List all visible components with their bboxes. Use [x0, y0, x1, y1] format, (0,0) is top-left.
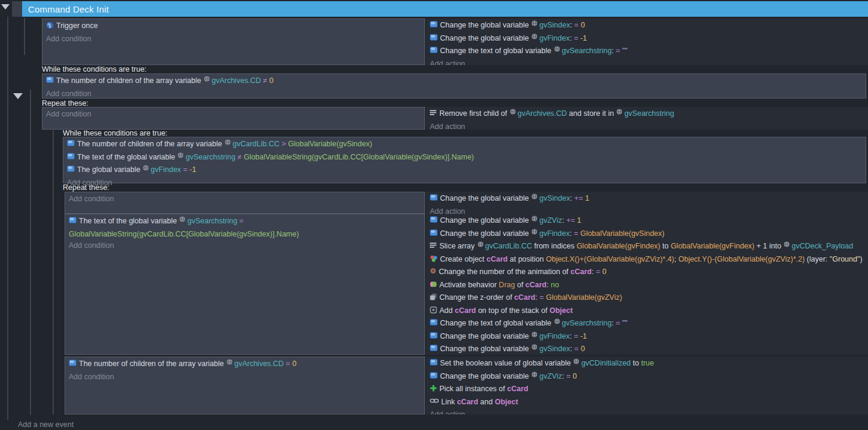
text-segment: The text of the global variable: [79, 217, 179, 225]
action-line[interactable]: Link cCard and Object: [430, 397, 864, 410]
action-line[interactable]: Change the text of global variable gvSea…: [430, 318, 864, 331]
text-segment: ;: [674, 255, 678, 263]
action-line[interactable]: Change the global variable gvFindex: = G…: [430, 228, 864, 241]
globe-icon: [531, 331, 537, 343]
text-segment: "Ground": [830, 255, 860, 263]
condition-line[interactable]: The global variable gvFindex = -1: [67, 164, 862, 177]
collapse-arrow-icon[interactable]: [13, 93, 23, 99]
text-segment: 0: [602, 268, 606, 276]
text-segment: :: [570, 229, 574, 238]
repeat-label[interactable]: Repeat these:: [63, 183, 109, 192]
action-line[interactable]: Change the global variable gvZViz: += 1: [430, 215, 864, 228]
add-condition-link[interactable]: Add condition: [67, 177, 862, 189]
globe-icon: [531, 20, 537, 32]
text-segment: gvCDinitialized: [581, 359, 631, 367]
actions-panel: Change the global variable gvZViz: += 1 …: [426, 214, 868, 355]
text-segment: Change the global variable: [440, 332, 531, 340]
condition-line[interactable]: The number of children of the array vari…: [69, 358, 421, 371]
add-condition-link[interactable]: Add condition: [69, 371, 421, 383]
text-segment: of: [515, 281, 525, 289]
pick-all-icon: [430, 385, 437, 397]
variable-icon: [67, 153, 75, 165]
condition-line[interactable]: The text of the global variable gvSearch…: [67, 152, 862, 165]
while-label[interactable]: While these conditions are true:: [63, 129, 167, 137]
text-segment: :: [570, 332, 574, 340]
variable-icon: [430, 319, 438, 331]
text-segment: The number of children of the array vari…: [79, 360, 226, 368]
actions-panel: Change the global variable gvSindex: = 0…: [426, 19, 868, 65]
text-segment: gvSearchstring: [562, 319, 612, 327]
action-line[interactable]: Change the global variable gvFindex: = -…: [430, 33, 864, 46]
action-line[interactable]: Set the boolean value of global variable…: [430, 358, 864, 371]
action-line[interactable]: Change the global variable gvSindex: += …: [430, 193, 864, 206]
add-condition-link[interactable]: Add condition: [46, 33, 421, 45]
action-line[interactable]: Change the z-order of cCard: = GlobalVar…: [430, 292, 864, 305]
variable-icon: [69, 360, 77, 371]
add-action-link[interactable]: Add action: [430, 121, 864, 130]
while-label[interactable]: While these conditions are true:: [42, 65, 146, 73]
condition-line[interactable]: The number of children of the array vari…: [67, 139, 862, 152]
globe-icon: [531, 371, 537, 383]
group-header[interactable]: Command Deck Init: [22, 1, 868, 17]
group-title: Command Deck Init: [28, 4, 109, 14]
text-segment: cCard: [525, 281, 546, 289]
text-segment: =: [574, 332, 580, 340]
add-action-link[interactable]: Add action: [430, 409, 864, 414]
text-segment: Change the number of the animation of: [439, 268, 570, 276]
condition-line[interactable]: The number of children of the array vari…: [46, 75, 862, 88]
action-line[interactable]: Change the global variable gvSindex: = 0: [430, 343, 864, 355]
action-line[interactable]: Change the global variable gvFindex: = -…: [430, 331, 864, 344]
action-line[interactable]: Add cCard on top of the stack of Object: [430, 305, 864, 318]
text-segment: gvZViz: [539, 216, 562, 225]
collapse-arrow-icon[interactable]: [1, 4, 10, 10]
text-segment: 0: [292, 360, 297, 368]
text-segment: =: [237, 217, 246, 225]
globe-icon: [510, 109, 516, 121]
add-condition-link[interactable]: Add condition: [69, 194, 421, 205]
action-line[interactable]: Slice array gvCardLib.CC from indices Gl…: [430, 241, 864, 254]
text-segment: cCard: [507, 385, 528, 393]
variable-icon: [69, 217, 77, 229]
add-condition-link[interactable]: Add condition: [46, 88, 862, 100]
condition-line[interactable]: The text of the global variable gvSearch…: [69, 216, 421, 240]
text-segment: true: [641, 359, 654, 367]
text-segment: GlobalVariable(gvZViz): [546, 293, 622, 302]
text-segment: gvSearchstring: [185, 153, 235, 161]
text-segment: :: [570, 21, 574, 29]
text-segment: "": [622, 47, 628, 55]
add-condition-link[interactable]: Add condition: [46, 109, 421, 121]
conditions-panel: The text of the global variable gvSearch…: [65, 214, 425, 355]
text-segment: GlobalVariable(gvSindex): [580, 229, 665, 238]
action-line[interactable]: Remove first child of gvArchives.CD and …: [430, 108, 864, 121]
condition-line[interactable]: 1Trigger once: [46, 20, 421, 33]
text-segment: Object: [549, 306, 573, 315]
action-line[interactable]: Change the number of the animation of cC…: [430, 266, 864, 280]
text-segment: =: [574, 21, 581, 29]
action-line[interactable]: Activate behavior Drag of cCard: no: [430, 280, 864, 293]
action-line[interactable]: Create object cCard at position Object.X…: [430, 254, 864, 267]
globe-icon: [531, 229, 537, 241]
text-segment: -1: [580, 332, 587, 340]
text-segment: Link: [441, 398, 457, 406]
text-segment: Change the global variable: [440, 345, 531, 353]
text-segment: gvSearchstring: [187, 217, 237, 225]
action-line[interactable]: Pick all instances of cCard: [430, 383, 864, 397]
add-action-link[interactable]: Add action: [430, 206, 864, 214]
add-condition-link[interactable]: Add condition: [69, 240, 421, 252]
action-line[interactable]: Change the global variable gvSindex: = 0: [430, 20, 864, 33]
text-segment: Activate behavior: [439, 281, 499, 289]
text-segment: gvFindex: [151, 165, 181, 174]
repeat-label[interactable]: Repeat these:: [42, 99, 88, 108]
add-event-link[interactable]: Add a new event: [18, 420, 74, 429]
text-segment: cCard: [570, 268, 591, 276]
globe-icon: [227, 359, 233, 371]
action-line[interactable]: Change the text of global variable gvSea…: [430, 45, 864, 59]
globe-icon: [179, 216, 185, 228]
text-segment: at position: [508, 255, 546, 263]
action-line[interactable]: Change the global variable gvZViz: = 0: [430, 371, 864, 384]
text-segment: no: [551, 281, 559, 289]
add-action-link[interactable]: Add action: [430, 59, 864, 66]
text-segment: Change the global variable: [440, 229, 531, 238]
text-segment: to: [631, 359, 641, 367]
text-segment: Set the boolean value of global variable: [440, 359, 573, 367]
